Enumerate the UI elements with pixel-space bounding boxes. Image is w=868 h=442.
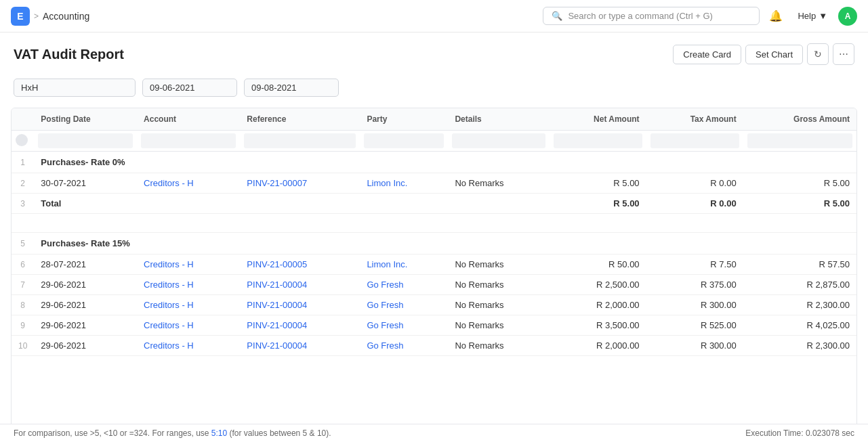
refresh-button[interactable]: ↻ <box>807 43 829 65</box>
filter-posting-date[interactable] <box>38 133 133 148</box>
search-icon: 🔍 <box>552 11 562 21</box>
company-filter[interactable] <box>14 79 136 97</box>
cell-posting-date: 29-06-2021 <box>34 295 137 315</box>
cell-account[interactable]: Creditors - H <box>137 336 240 356</box>
date-to-filter[interactable] <box>244 79 339 97</box>
row-num: 5 <box>12 233 34 255</box>
cell-party[interactable]: Go Fresh <box>360 315 448 336</box>
cell-tax-amount: R 375.00 <box>646 275 743 295</box>
cell-gross-amount: R 4,025.00 <box>743 315 856 336</box>
more-icon: ⋯ <box>839 49 848 60</box>
hint-link[interactable]: 5:10 <box>211 428 227 438</box>
cell-net-amount: R 2,000.00 <box>550 336 646 356</box>
more-options-button[interactable]: ⋯ <box>833 43 854 65</box>
row-num: 10 <box>12 336 34 356</box>
total-net: R 5.00 <box>550 194 646 214</box>
row-num: 6 <box>12 255 34 275</box>
cell-tax-amount: R 7.50 <box>646 255 743 275</box>
total-tax: R 0.00 <box>646 194 743 214</box>
cell-gross-amount: R 2,875.00 <box>743 275 856 295</box>
breadcrumb-accounting[interactable]: Accounting <box>43 11 89 22</box>
col-header-net-amount: Net Amount <box>550 108 646 131</box>
col-header-rownum <box>12 108 34 131</box>
cell-posting-date: 29-06-2021 <box>34 336 137 356</box>
cell-posting-date: 29-06-2021 <box>34 275 137 295</box>
row-num: 3 <box>12 194 34 214</box>
filter-account[interactable] <box>141 133 236 148</box>
row-num: 1 <box>12 152 34 173</box>
cell-tax-amount: R 525.00 <box>646 315 743 336</box>
cell-reference[interactable]: PINV-21-00005 <box>240 255 360 275</box>
hint-text: For comparison, use >5, <10 or =324. For… <box>14 428 331 438</box>
cell-reference[interactable]: PINV-21-00004 <box>240 295 360 315</box>
cell-gross-amount: R 2,300.00 <box>743 336 856 356</box>
create-card-button[interactable]: Create Card <box>673 45 741 64</box>
date-from-filter[interactable] <box>142 79 237 97</box>
column-filter-row <box>12 131 856 152</box>
page-header: VAT Audit Report Create Card Set Chart ↻… <box>0 32 868 73</box>
col-header-account: Account <box>137 108 240 131</box>
app-logo[interactable]: E <box>11 7 30 26</box>
breadcrumb-separator: > <box>34 12 39 21</box>
filters-row <box>0 73 868 102</box>
cell-party[interactable]: Go Fresh <box>360 336 448 356</box>
cell-details: No Remarks <box>448 336 550 356</box>
row-num: 9 <box>12 315 34 336</box>
notifications-button[interactable]: 🔔 <box>765 5 787 27</box>
search-bar[interactable]: 🔍 Search or type a command (Ctrl + G) <box>543 7 760 25</box>
set-chart-button[interactable]: Set Chart <box>745 45 803 64</box>
cell-party[interactable]: Go Fresh <box>360 275 448 295</box>
table-header-row: Posting Date Account Reference Party Det… <box>12 108 856 131</box>
help-label: Help <box>798 11 816 21</box>
cell-reference[interactable]: PINV-21-00004 <box>240 336 360 356</box>
cell-party[interactable]: Go Fresh <box>360 295 448 315</box>
cell-reference[interactable]: PINV-21-00004 <box>240 275 360 295</box>
cell-posting-date: 30-07-2021 <box>34 173 137 194</box>
row-num: 8 <box>12 295 34 315</box>
cell-net-amount: R 3,500.00 <box>550 315 646 336</box>
section-label: Purchases- Rate 0% <box>34 152 856 173</box>
cell-account[interactable]: Creditors - H <box>137 275 240 295</box>
filter-tax-amount[interactable] <box>650 133 739 148</box>
cell-account[interactable]: Creditors - H <box>137 295 240 315</box>
cell-details: No Remarks <box>448 315 550 336</box>
search-placeholder-text: Search or type a command (Ctrl + G) <box>568 11 713 21</box>
cell-account[interactable]: Creditors - H <box>137 315 240 336</box>
cell-account[interactable]: Creditors - H <box>137 173 240 194</box>
col-header-party: Party <box>360 108 448 131</box>
help-button[interactable]: Help ▼ <box>792 8 833 24</box>
filter-reference[interactable] <box>244 133 356 148</box>
header-actions: Create Card Set Chart ↻ ⋯ <box>673 43 854 65</box>
cell-account[interactable]: Creditors - H <box>137 255 240 275</box>
row-num: 7 <box>12 275 34 295</box>
cell-tax-amount: R 0.00 <box>646 173 743 194</box>
row-num: 2 <box>12 173 34 194</box>
cell-reference[interactable]: PINV-21-00004 <box>240 315 360 336</box>
filter-party[interactable] <box>364 133 444 148</box>
col-header-reference: Reference <box>240 108 360 131</box>
cell-details: No Remarks <box>448 295 550 315</box>
cell-net-amount: R 2,500.00 <box>550 275 646 295</box>
cell-details: No Remarks <box>448 255 550 275</box>
bottom-bar: For comparison, use >5, <10 or =324. For… <box>0 424 868 442</box>
cell-net-amount: R 5.00 <box>550 173 646 194</box>
cell-party[interactable]: Limon Inc. <box>360 255 448 275</box>
topnav: E > Accounting 🔍 Search or type a comman… <box>0 0 868 32</box>
col-header-details: Details <box>448 108 550 131</box>
cell-posting-date: 28-07-2021 <box>34 255 137 275</box>
col-header-tax-amount: Tax Amount <box>646 108 743 131</box>
cell-gross-amount: R 5.00 <box>743 173 856 194</box>
help-chevron-icon: ▼ <box>819 11 827 21</box>
filter-net-amount[interactable] <box>554 133 642 148</box>
cell-reference[interactable]: PINV-21-00007 <box>240 173 360 194</box>
page-title: VAT Audit Report <box>14 47 124 62</box>
cell-tax-amount: R 300.00 <box>646 295 743 315</box>
user-avatar[interactable]: A <box>838 7 857 26</box>
cell-gross-amount: R 57.50 <box>743 255 856 275</box>
filter-gross-amount[interactable] <box>747 133 852 148</box>
col-header-posting-date: Posting Date <box>34 108 137 131</box>
table-body: 1 Purchases- Rate 0% 2 30-07-2021 Credit… <box>12 152 856 356</box>
report-table: Posting Date Account Reference Party Det… <box>12 108 856 356</box>
filter-details[interactable] <box>452 133 545 148</box>
cell-party[interactable]: Limon Inc. <box>360 173 448 194</box>
